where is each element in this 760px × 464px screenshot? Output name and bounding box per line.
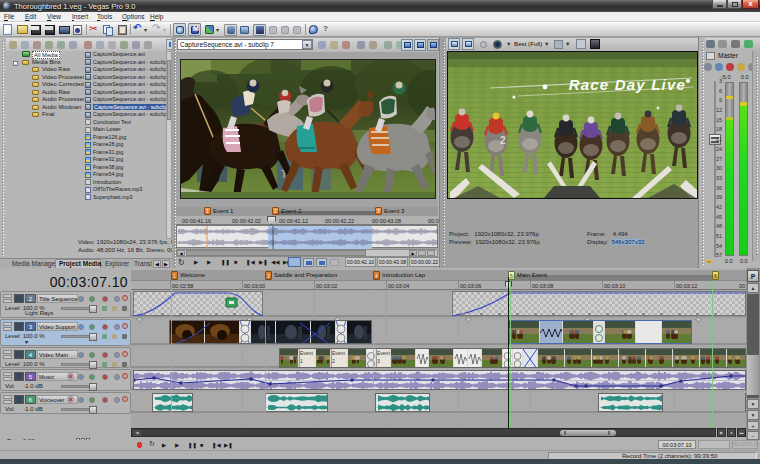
svg-text:Race Day Live: Race Day Live [569,76,686,93]
svg-text:2: 2 [500,135,506,146]
